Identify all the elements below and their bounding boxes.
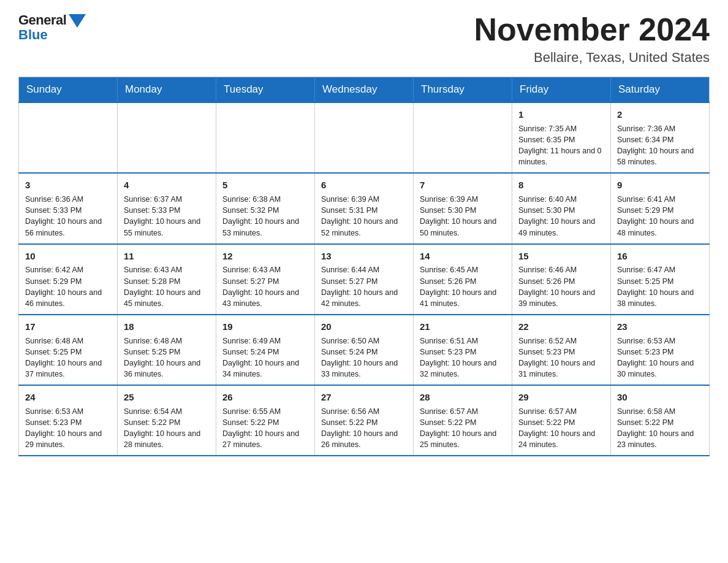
calendar-cell-w4-d2: 18Sunrise: 6:48 AMSunset: 5:25 PMDayligh… <box>118 315 216 385</box>
day-info: Sunrise: 6:53 AMSunset: 5:23 PMDaylight:… <box>617 335 703 380</box>
day-number: 26 <box>222 391 308 404</box>
day-info: Sunrise: 6:46 AMSunset: 5:26 PMDaylight:… <box>518 264 604 309</box>
day-number: 15 <box>518 250 604 263</box>
calendar-cell-w3-d6: 15Sunrise: 6:46 AMSunset: 5:26 PMDayligh… <box>512 244 611 315</box>
day-info: Sunrise: 6:48 AMSunset: 5:25 PMDaylight:… <box>124 335 210 380</box>
day-info: Sunrise: 6:57 AMSunset: 5:22 PMDaylight:… <box>518 406 604 451</box>
logo-blue-text: Blue <box>18 27 48 43</box>
logo-general-text: General <box>18 12 66 28</box>
day-info: Sunrise: 6:40 AMSunset: 5:30 PMDaylight:… <box>518 194 604 239</box>
day-number: 7 <box>420 178 506 192</box>
calendar-cell-w4-d4: 20Sunrise: 6:50 AMSunset: 5:24 PMDayligh… <box>315 315 414 385</box>
calendar-week-3: 10Sunrise: 6:42 AMSunset: 5:29 PMDayligh… <box>19 244 710 315</box>
calendar-cell-w5-d2: 25Sunrise: 6:54 AMSunset: 5:22 PMDayligh… <box>118 385 216 456</box>
day-number: 3 <box>25 178 111 192</box>
logo: General Blue <box>18 12 86 43</box>
day-number: 23 <box>617 320 703 334</box>
calendar-cell-w2-d6: 8Sunrise: 6:40 AMSunset: 5:30 PMDaylight… <box>512 173 611 243</box>
day-info: Sunrise: 6:37 AMSunset: 5:33 PMDaylight:… <box>124 194 210 239</box>
day-info: Sunrise: 6:57 AMSunset: 5:22 PMDaylight:… <box>420 406 506 451</box>
day-info: Sunrise: 7:36 AMSunset: 6:34 PMDaylight:… <box>617 123 703 168</box>
calendar-cell-w2-d3: 5Sunrise: 6:38 AMSunset: 5:32 PMDaylight… <box>216 173 315 243</box>
day-info: Sunrise: 6:58 AMSunset: 5:22 PMDaylight:… <box>617 406 703 451</box>
day-info: Sunrise: 6:41 AMSunset: 5:29 PMDaylight:… <box>617 194 703 239</box>
calendar-cell-w2-d7: 9Sunrise: 6:41 AMSunset: 5:29 PMDaylight… <box>611 173 710 243</box>
day-info: Sunrise: 6:47 AMSunset: 5:25 PMDaylight:… <box>617 264 703 309</box>
day-number: 4 <box>124 178 210 192</box>
day-info: Sunrise: 6:50 AMSunset: 5:24 PMDaylight:… <box>321 335 407 380</box>
day-info: Sunrise: 6:44 AMSunset: 5:27 PMDaylight:… <box>321 264 407 309</box>
day-info: Sunrise: 6:38 AMSunset: 5:32 PMDaylight:… <box>222 194 308 239</box>
day-info: Sunrise: 7:35 AMSunset: 6:35 PMDaylight:… <box>518 123 604 168</box>
day-info: Sunrise: 6:43 AMSunset: 5:28 PMDaylight:… <box>124 264 210 309</box>
calendar-cell-w2-d1: 3Sunrise: 6:36 AMSunset: 5:33 PMDaylight… <box>19 173 118 243</box>
calendar-cell-w5-d3: 26Sunrise: 6:55 AMSunset: 5:22 PMDayligh… <box>216 385 315 456</box>
calendar-table: Sunday Monday Tuesday Wednesday Thursday… <box>18 77 710 456</box>
day-info: Sunrise: 6:49 AMSunset: 5:24 PMDaylight:… <box>222 335 308 380</box>
calendar-cell-w3-d4: 13Sunrise: 6:44 AMSunset: 5:27 PMDayligh… <box>315 244 414 315</box>
calendar-week-5: 24Sunrise: 6:53 AMSunset: 5:23 PMDayligh… <box>19 385 710 456</box>
day-info: Sunrise: 6:54 AMSunset: 5:22 PMDaylight:… <box>124 406 210 451</box>
calendar-cell-w4-d6: 22Sunrise: 6:52 AMSunset: 5:23 PMDayligh… <box>512 315 611 385</box>
calendar-subtitle: Bellaire, Texas, United States <box>474 50 710 66</box>
day-info: Sunrise: 6:43 AMSunset: 5:27 PMDaylight:… <box>222 264 308 309</box>
day-number: 12 <box>222 250 308 263</box>
day-info: Sunrise: 6:45 AMSunset: 5:26 PMDaylight:… <box>420 264 506 309</box>
col-friday: Friday <box>512 77 611 103</box>
calendar-cell-w3-d7: 16Sunrise: 6:47 AMSunset: 5:25 PMDayligh… <box>611 244 710 315</box>
calendar-cell-w1-d2 <box>118 102 216 173</box>
col-saturday: Saturday <box>611 77 710 103</box>
calendar-cell-w1-d5 <box>414 102 512 173</box>
calendar-cell-w3-d1: 10Sunrise: 6:42 AMSunset: 5:29 PMDayligh… <box>19 244 118 315</box>
day-number: 11 <box>124 250 210 263</box>
day-number: 21 <box>420 320 506 334</box>
day-number: 20 <box>321 320 407 334</box>
logo-triangle-icon <box>69 14 86 28</box>
day-number: 27 <box>321 391 407 404</box>
day-number: 1 <box>518 108 604 121</box>
day-number: 5 <box>222 178 308 192</box>
day-info: Sunrise: 6:51 AMSunset: 5:23 PMDaylight:… <box>420 335 506 380</box>
day-info: Sunrise: 6:36 AMSunset: 5:33 PMDaylight:… <box>25 194 111 239</box>
calendar-cell-w1-d7: 2Sunrise: 7:36 AMSunset: 6:34 PMDaylight… <box>611 102 710 173</box>
calendar-cell-w4-d1: 17Sunrise: 6:48 AMSunset: 5:25 PMDayligh… <box>19 315 118 385</box>
calendar-cell-w1-d4 <box>315 102 414 173</box>
calendar-week-1: 1Sunrise: 7:35 AMSunset: 6:35 PMDaylight… <box>19 102 710 173</box>
calendar-cell-w3-d2: 11Sunrise: 6:43 AMSunset: 5:28 PMDayligh… <box>118 244 216 315</box>
day-info: Sunrise: 6:52 AMSunset: 5:23 PMDaylight:… <box>518 335 604 380</box>
calendar-cell-w4-d3: 19Sunrise: 6:49 AMSunset: 5:24 PMDayligh… <box>216 315 315 385</box>
calendar-cell-w3-d3: 12Sunrise: 6:43 AMSunset: 5:27 PMDayligh… <box>216 244 315 315</box>
day-number: 6 <box>321 178 407 192</box>
day-number: 16 <box>617 250 703 263</box>
calendar-cell-w1-d3 <box>216 102 315 173</box>
logo-general: General <box>18 12 86 28</box>
day-number: 10 <box>25 250 111 263</box>
calendar-cell-w1-d6: 1Sunrise: 7:35 AMSunset: 6:35 PMDaylight… <box>512 102 611 173</box>
day-number: 9 <box>617 178 703 192</box>
day-info: Sunrise: 6:42 AMSunset: 5:29 PMDaylight:… <box>25 264 111 309</box>
calendar-week-4: 17Sunrise: 6:48 AMSunset: 5:25 PMDayligh… <box>19 315 710 385</box>
day-number: 2 <box>617 108 703 121</box>
calendar-cell-w3-d5: 14Sunrise: 6:45 AMSunset: 5:26 PMDayligh… <box>414 244 512 315</box>
col-sunday: Sunday <box>19 77 118 103</box>
col-monday: Monday <box>118 77 216 103</box>
calendar-cell-w2-d4: 6Sunrise: 6:39 AMSunset: 5:31 PMDaylight… <box>315 173 414 243</box>
day-info: Sunrise: 6:39 AMSunset: 5:31 PMDaylight:… <box>321 194 407 239</box>
calendar-title: November 2024 <box>474 12 710 47</box>
day-number: 14 <box>420 250 506 263</box>
day-info: Sunrise: 6:56 AMSunset: 5:22 PMDaylight:… <box>321 406 407 451</box>
calendar-week-2: 3Sunrise: 6:36 AMSunset: 5:33 PMDaylight… <box>19 173 710 243</box>
title-block: November 2024 Bellaire, Texas, United St… <box>474 12 710 66</box>
calendar-cell-w5-d4: 27Sunrise: 6:56 AMSunset: 5:22 PMDayligh… <box>315 385 414 456</box>
day-number: 17 <box>25 320 111 334</box>
calendar-cell-w4-d5: 21Sunrise: 6:51 AMSunset: 5:23 PMDayligh… <box>414 315 512 385</box>
col-wednesday: Wednesday <box>315 77 414 103</box>
calendar-cell-w5-d7: 30Sunrise: 6:58 AMSunset: 5:22 PMDayligh… <box>611 385 710 456</box>
day-number: 18 <box>124 320 210 334</box>
day-number: 24 <box>25 391 111 404</box>
calendar-cell-w5-d6: 29Sunrise: 6:57 AMSunset: 5:22 PMDayligh… <box>512 385 611 456</box>
day-number: 13 <box>321 250 407 263</box>
day-number: 25 <box>124 391 210 404</box>
day-info: Sunrise: 6:48 AMSunset: 5:25 PMDaylight:… <box>25 335 111 380</box>
calendar-cell-w2-d5: 7Sunrise: 6:39 AMSunset: 5:30 PMDaylight… <box>414 173 512 243</box>
